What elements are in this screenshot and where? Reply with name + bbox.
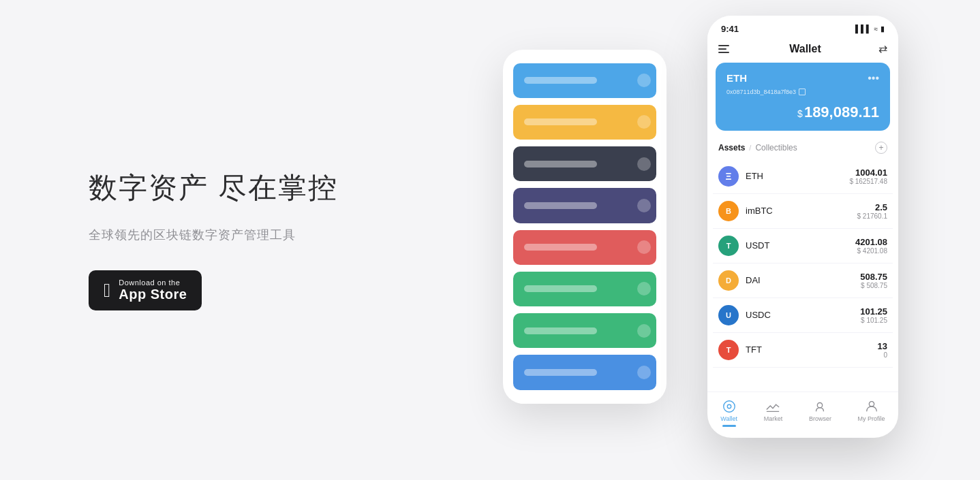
dai-amount: 508.75 xyxy=(860,272,887,282)
eth-token-name: ETH xyxy=(746,171,763,181)
color-bar-8 xyxy=(513,355,656,389)
usdc-value: $ 101.25 xyxy=(860,317,887,324)
sync-icon[interactable]: ⇄ xyxy=(878,42,887,55)
asset-item-usdt[interactable]: T USDT 4201.08 $ 4201.08 xyxy=(713,229,893,263)
eth-address: 0x08711d3b_8418a7f8e3 xyxy=(726,89,879,95)
add-asset-button[interactable]: + xyxy=(875,142,887,154)
tft-amount: 13 xyxy=(878,341,887,351)
color-bar-1 xyxy=(513,63,656,98)
color-bar-7 xyxy=(513,313,656,348)
asset-right-tft: 13 0 xyxy=(878,341,887,359)
eth-token-icon: Ξ xyxy=(718,166,739,187)
usdt-amount: 4201.08 xyxy=(855,237,887,247)
signal-icon: ▌▌▌ xyxy=(855,25,871,33)
usdc-amount: 101.25 xyxy=(860,306,887,317)
phone-left xyxy=(503,50,667,404)
btn-main-text: App Store xyxy=(119,287,187,302)
dai-value: $ 508.75 xyxy=(860,282,887,289)
usdc-token-name: USDC xyxy=(746,310,771,320)
status-icons: ▌▌▌ ≈ ▮ xyxy=(855,25,885,33)
nav-indicator xyxy=(722,425,736,427)
asset-left-dai: D DAI xyxy=(718,270,761,291)
asset-right-eth: 1004.01 $ 162517.48 xyxy=(849,167,887,185)
nav-browser[interactable]: Browser xyxy=(809,399,831,427)
tab-collectibles[interactable]: Collectibles xyxy=(755,143,797,153)
battery-icon: ▮ xyxy=(881,25,885,33)
wallet-title: Wallet xyxy=(789,43,821,55)
tab-assets[interactable]: Assets xyxy=(718,143,745,153)
usdc-token-icon: U xyxy=(718,305,739,325)
dai-token-icon: D xyxy=(718,270,739,291)
left-content: 数字资产 尽在掌控 全球领先的区块链数字资产管理工具  Download on… xyxy=(89,170,338,311)
svg-point-1 xyxy=(727,404,731,409)
svg-point-4 xyxy=(869,401,874,406)
main-title: 数字资产 尽在掌控 xyxy=(89,170,338,207)
eth-amount-val: 1004.01 xyxy=(849,167,887,178)
asset-item-eth[interactable]: Ξ ETH 1004.01 $ 162517.48 xyxy=(713,159,893,194)
profile-nav-label: My Profile xyxy=(858,415,885,422)
imbtc-value: $ 21760.1 xyxy=(857,212,888,220)
asset-left-usdc: U USDC xyxy=(718,305,771,325)
sub-title: 全球领先的区块链数字资产管理工具 xyxy=(89,227,338,243)
color-bar-5 xyxy=(513,230,656,265)
eth-card-top: ETH ••• xyxy=(726,72,879,84)
usdt-token-icon: T xyxy=(718,236,739,256)
imbtc-token-icon: B xyxy=(718,201,739,221)
btn-text-group: Download on the App Store xyxy=(119,278,187,302)
status-bar: 9:41 ▌▌▌ ≈ ▮ xyxy=(707,16,898,38)
copy-icon[interactable] xyxy=(799,89,806,95)
market-nav-label: Market xyxy=(764,415,783,422)
wallet-nav-label: Wallet xyxy=(720,415,737,422)
asset-list: Ξ ETH 1004.01 $ 162517.48 B imBTC 2.5 xyxy=(707,159,898,391)
svg-point-0 xyxy=(723,400,735,412)
eth-more-icon[interactable]: ••• xyxy=(868,72,879,84)
nav-profile[interactable]: My Profile xyxy=(858,399,885,427)
color-bar-3 xyxy=(513,146,656,181)
profile-nav-icon xyxy=(864,399,879,414)
color-bar-6 xyxy=(513,272,656,306)
asset-item-tft[interactable]: T TFT 13 0 xyxy=(713,333,893,368)
dai-token-name: DAI xyxy=(746,275,761,285)
phone-right: 9:41 ▌▌▌ ≈ ▮ Wallet ⇄ xyxy=(707,16,898,438)
btn-top-text: Download on the xyxy=(119,278,187,287)
phones-container: 9:41 ▌▌▌ ≈ ▮ Wallet ⇄ xyxy=(503,16,898,465)
asset-left-tft: T TFT xyxy=(718,340,762,360)
apple-icon:  xyxy=(104,281,110,300)
asset-item-dai[interactable]: D DAI 508.75 $ 508.75 xyxy=(713,263,893,298)
svg-point-3 xyxy=(818,402,823,407)
eth-value: $ 162517.48 xyxy=(849,178,887,185)
browser-nav-icon xyxy=(812,399,827,414)
bottom-nav: Wallet Market xyxy=(707,391,898,438)
asset-right-dai: 508.75 $ 508.75 xyxy=(860,272,887,289)
eth-amount: $189,089.11 xyxy=(726,103,879,121)
wifi-icon: ≈ xyxy=(874,25,878,33)
imbtc-amount: 2.5 xyxy=(857,202,888,212)
eth-card: ETH ••• 0x08711d3b_8418a7f8e3 $189,089.1… xyxy=(716,63,890,131)
usdt-token-name: USDT xyxy=(746,240,769,251)
asset-right-usdc: 101.25 $ 101.25 xyxy=(860,306,887,324)
imbtc-token-name: imBTC xyxy=(746,206,773,216)
nav-market[interactable]: Market xyxy=(764,399,783,427)
assets-tabs: Assets / Collectibles xyxy=(718,143,797,153)
tft-token-icon: T xyxy=(718,340,739,360)
color-bar-2 xyxy=(513,105,656,140)
nav-wallet[interactable]: Wallet xyxy=(720,399,737,427)
asset-right-usdt: 4201.08 $ 4201.08 xyxy=(855,237,887,255)
usdt-value: $ 4201.08 xyxy=(855,247,887,255)
status-time: 9:41 xyxy=(721,24,739,34)
wallet-nav-icon xyxy=(722,399,737,414)
asset-item-usdc[interactable]: U USDC 101.25 $ 101.25 xyxy=(713,298,893,333)
menu-icon[interactable] xyxy=(718,42,732,56)
tft-token-name: TFT xyxy=(746,345,762,355)
assets-header: Assets / Collectibles + xyxy=(707,138,898,159)
eth-label: ETH xyxy=(726,72,747,84)
hero-section: 数字资产 尽在掌控 全球领先的区块链数字资产管理工具  Download on… xyxy=(0,0,980,480)
wallet-header: Wallet ⇄ xyxy=(707,38,898,63)
asset-left-eth: Ξ ETH xyxy=(718,166,763,187)
asset-item-imbtc[interactable]: B imBTC 2.5 $ 21760.1 xyxy=(713,194,893,229)
tft-value: 0 xyxy=(878,351,887,359)
color-bar-4 xyxy=(513,188,656,223)
asset-right-imbtc: 2.5 $ 21760.1 xyxy=(857,202,888,220)
app-store-button[interactable]:  Download on the App Store xyxy=(89,270,202,310)
asset-left-usdt: T USDT xyxy=(718,236,769,256)
